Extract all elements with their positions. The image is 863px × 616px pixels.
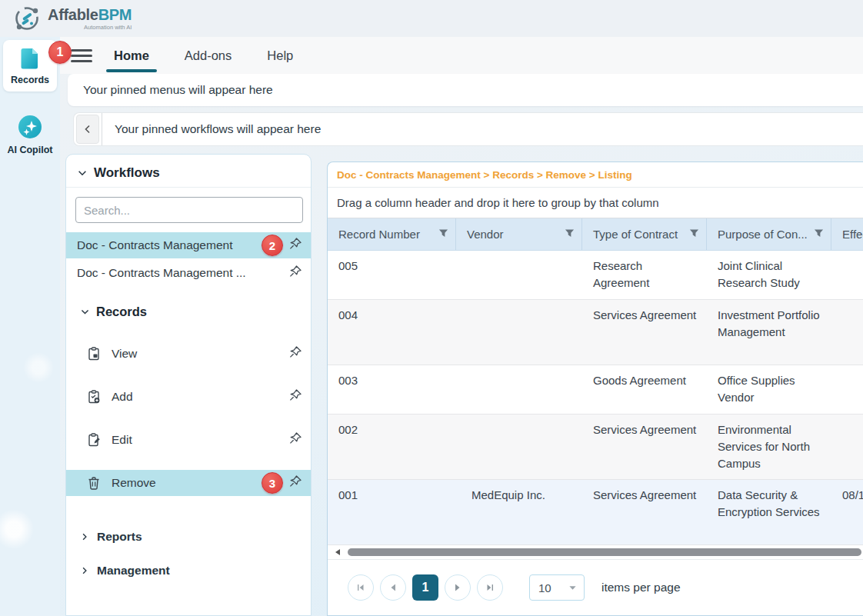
rail-records-label: Records — [11, 75, 49, 85]
divider — [66, 187, 311, 188]
section-reports[interactable]: Reports — [66, 530, 311, 544]
cell-purpose: Office Supplies Vendor — [707, 365, 831, 414]
pinned-workflows-hint: Your pinned workflows will appear here — [102, 122, 321, 136]
annotation-badge-3: 3 — [262, 472, 283, 494]
cell-record-number: 002 — [328, 415, 456, 479]
filter-icon[interactable] — [689, 228, 699, 241]
column-header-effective-date[interactable]: Effec — [831, 218, 863, 250]
current-page-button[interactable]: 1 — [412, 574, 438, 601]
section-label: Management — [97, 564, 170, 578]
horizontal-scrollbar — [328, 545, 863, 559]
brand-name: AffableBPM — [48, 7, 132, 22]
brand-tagline: Automation with AI — [84, 25, 132, 31]
menu-item-label: Add — [112, 390, 283, 404]
records-title: Records — [96, 305, 147, 319]
cell-effective: 08/11 — [831, 480, 863, 544]
collapse-left-button[interactable] — [76, 115, 99, 144]
column-label: Type of Contract — [593, 228, 678, 241]
menu-item-view[interactable]: View — [66, 341, 311, 367]
scrollbar-thumb[interactable] — [348, 548, 861, 556]
cell-vendor — [456, 365, 582, 414]
pin-icon[interactable] — [288, 264, 303, 282]
menu-item-edit[interactable]: Edit — [66, 427, 311, 453]
group-by-drop-zone: Drag a column header and drop it here to… — [328, 188, 863, 218]
pin-icon[interactable] — [288, 431, 303, 449]
tab-home-label: Home — [114, 48, 149, 63]
column-header-record-number[interactable]: Record Number — [328, 218, 456, 250]
cell-type: Services Agreement — [582, 480, 707, 544]
scroll-left-arrow[interactable] — [334, 548, 342, 556]
cell-purpose: Environmental Services for North Campus — [707, 415, 831, 479]
chevron-left-icon — [83, 125, 92, 134]
records-file-icon — [17, 45, 43, 71]
table-row-002[interactable]: 002 Services Agreement Environmental Ser… — [328, 415, 863, 480]
section-management[interactable]: Management — [66, 564, 311, 578]
pin-icon[interactable] — [288, 236, 303, 255]
items-per-page-label: items per page — [601, 581, 681, 594]
workflow-item-label: Doc - Contracts Management ... — [77, 266, 283, 280]
next-page-button[interactable] — [445, 574, 471, 601]
cell-effective — [831, 365, 863, 414]
workflows-panel: Workflows Doc - Contracts Management 2 D… — [65, 154, 312, 616]
brand-logo: AffableBPM Automation with AI — [12, 4, 132, 33]
column-label: Vendor — [467, 228, 504, 241]
pin-icon[interactable] — [288, 388, 303, 406]
page-size-select[interactable]: 10 — [529, 574, 585, 601]
pin-icon[interactable] — [288, 345, 303, 363]
pinned-menus-bar: Your pinned menus will appear here — [68, 74, 863, 106]
pin-icon[interactable] — [288, 474, 303, 492]
pagination-bar: 1 10 items per page — [328, 559, 863, 615]
table-row-003[interactable]: 003 Goods Agreement Office Supplies Vend… — [328, 365, 863, 415]
rail-item-ai-copilot[interactable]: AI Copilot — [3, 108, 57, 161]
cell-type: Goods Agreement — [582, 365, 707, 414]
chevron-down-icon — [77, 168, 88, 178]
pinned-workflows-bar: Your pinned workflows will appear here — [73, 112, 863, 146]
trash-icon — [86, 475, 102, 491]
cell-record-number: 005 — [328, 251, 456, 299]
pinned-menus-hint: Your pinned menus will appear here — [83, 83, 273, 97]
records-section-header[interactable]: Records — [66, 303, 311, 324]
table-body: 005 Research Agreement Joint Clinical Re… — [328, 251, 863, 545]
previous-page-icon — [388, 583, 398, 592]
tab-home[interactable]: Home — [111, 37, 152, 74]
cell-effective — [831, 300, 863, 365]
cell-vendor — [456, 300, 582, 365]
annotation-badge-2: 2 — [262, 235, 283, 256]
filter-icon[interactable] — [565, 228, 575, 241]
column-label: Record Number — [338, 228, 420, 241]
menu-item-label: Edit — [112, 433, 283, 447]
clipboard-view-icon — [86, 346, 102, 361]
table-row-005[interactable]: 005 Research Agreement Joint Clinical Re… — [328, 251, 863, 300]
cell-purpose: Data Security & Encryption Services — [707, 480, 831, 544]
cell-record-number: 003 — [328, 365, 456, 414]
first-page-button[interactable] — [348, 574, 374, 601]
menu-item-label: View — [112, 347, 283, 361]
hamburger-menu-icon[interactable] — [71, 47, 92, 64]
workflows-title: Workflows — [94, 165, 160, 181]
filter-icon[interactable] — [814, 228, 824, 241]
table-row-004[interactable]: 004 Services Agreement Investment Portfo… — [328, 300, 863, 365]
column-header-type-of-contract[interactable]: Type of Contract — [582, 218, 707, 250]
workflow-item-contracts-management[interactable]: Doc - Contracts Management 2 — [66, 232, 311, 258]
last-page-button[interactable] — [477, 574, 503, 601]
filter-icon[interactable] — [438, 228, 448, 241]
cell-type: Research Agreement — [582, 251, 707, 299]
workflow-search-input[interactable] — [75, 197, 303, 223]
clipboard-add-icon — [86, 389, 102, 405]
table-row-001[interactable]: 001 MedEquip Inc. Services Agreement Dat… — [328, 480, 863, 545]
cell-record-number: 001 — [328, 480, 456, 544]
menu-item-remove[interactable]: Remove 3 — [66, 470, 311, 496]
rail-copilot-label: AI Copilot — [7, 145, 52, 155]
workflow-item-contracts-management-2[interactable]: Doc - Contracts Management ... — [66, 260, 311, 286]
cell-effective — [831, 415, 863, 479]
tab-help[interactable]: Help — [264, 37, 296, 74]
first-page-icon — [355, 582, 366, 593]
column-header-purpose[interactable]: Purpose of Con... — [707, 218, 831, 250]
menu-item-add[interactable]: Add — [66, 384, 311, 410]
tab-add-ons[interactable]: Add-ons — [182, 37, 235, 74]
chevron-right-icon — [80, 532, 89, 541]
column-header-vendor[interactable]: Vendor — [456, 218, 582, 250]
previous-page-button[interactable] — [380, 574, 406, 601]
workflows-section-header[interactable]: Workflows — [66, 162, 311, 187]
cell-type: Services Agreement — [582, 415, 707, 479]
